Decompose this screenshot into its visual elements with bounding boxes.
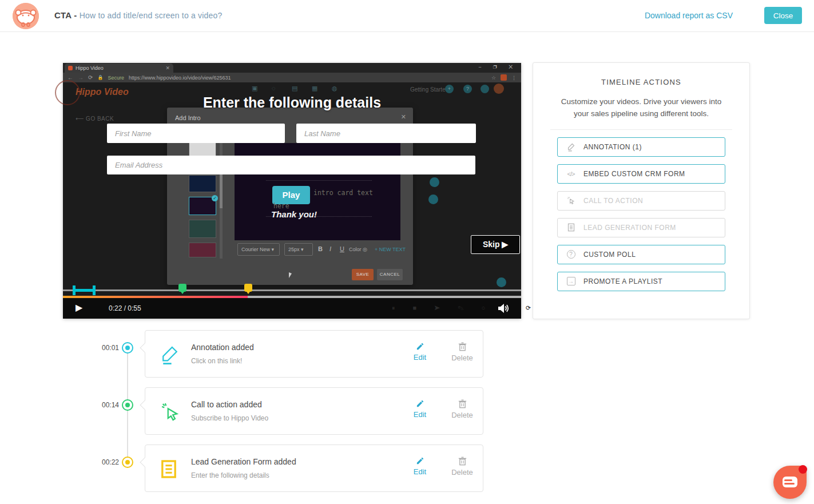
code-icon: </> [566,170,576,177]
event-dot[interactable] [122,457,133,468]
intro-thumbnail [189,142,216,157]
event-title: Annotation added [191,343,254,352]
chat-bubble-icon [783,477,797,487]
bell-icon [481,85,489,93]
first-name-field[interactable] [107,124,285,143]
recorded-browser-tabstrip: Hippo Video ✕ ⎯ ❐ ✕ [63,63,521,73]
save-button: SAVE [352,269,374,280]
underline-icon: U [340,245,344,252]
person-icon: ◌ [272,85,276,92]
embed-crm-form-action-button[interactable]: </> EMBED CUSTOM CRM FORM [557,164,725,184]
go-back-link: ⟵ GO BACK [76,116,114,122]
italic-icon: I [329,245,331,252]
annotation-marker-icon [430,177,439,187]
event-time: 00:14 [86,401,119,409]
getting-started-label: Getting Started [410,86,448,93]
action-label: CUSTOM POLL [583,251,636,259]
url-text: https://www.hippovideo.io/video/view/625… [129,75,487,81]
cancel-button: CANCEL [377,269,403,280]
favicon [68,66,73,70]
grid-icon: ▦ [312,85,317,92]
document-icon [161,459,179,479]
email-field[interactable] [107,156,475,174]
intro-thumbnail [189,243,216,257]
hippo-logo-icon [13,3,39,29]
action-label: LEAD GENERATION FORM [583,224,676,232]
extension-icon [501,74,507,81]
event-subtitle: Enter the following details [191,471,269,479]
call-to-action-action-button[interactable]: CALL TO ACTION [557,191,725,211]
forward-icon: → [78,74,84,81]
notification-dot [799,465,807,474]
volume-icon[interactable] [497,301,510,318]
close-button[interactable]: Close [764,7,802,24]
annotation-range-marker[interactable] [73,285,96,295]
recorded-toolbar-icons: ⏸ ■ ➤ ✎ ○ ◆ ⟳ [392,304,539,312]
gear-icon: ◍ [332,85,337,92]
video-player[interactable]: Hippo Video ✕ ⎯ ❐ ✕ ← → ⟳ 🔒 Secure https… [63,63,521,319]
thank-you-text: Thank you! [271,209,317,219]
annotation-marker-icon [428,195,438,204]
marker-track[interactable] [63,289,521,291]
lead-generation-form-action-button[interactable]: LEAD GENERATION FORM [557,218,725,237]
delete-button[interactable]: Delete [446,342,478,363]
help-icon: ? [463,85,472,93]
intro-card-text: intro card text [313,189,373,197]
event-title: Call to action added [191,400,262,409]
document-icon [566,223,576,232]
action-label: CALL TO ACTION [583,197,643,205]
page-title: CTA - How to add title/end screen to a v… [54,10,223,20]
pencil-icon [566,142,576,152]
skip-button[interactable]: Skip ▶ [471,235,520,254]
intro-thumbnail [189,175,216,192]
event-time: 00:22 [86,458,119,466]
browser-menu-icon: ⋮ [511,75,517,81]
time-display: 0:22 / 0:55 [109,304,141,312]
edit-button[interactable]: Edit [404,342,436,362]
cta-marker-pin[interactable] [178,284,186,292]
bold-icon: B [318,245,323,252]
event-subtitle: Click on this link! [191,357,242,365]
cursor-click-icon [566,196,576,205]
font-size-select: 25px ▾ [284,243,313,256]
font-family-select: Courier New ▾ [237,243,280,256]
recorded-browser-tab: Hippo Video ✕ [65,64,173,73]
last-name-field[interactable] [296,124,476,143]
custom-poll-action-button[interactable]: ? CUSTOM POLL [557,245,725,264]
annotation-marker-icon [497,277,506,287]
event-dot[interactable] [122,342,133,354]
window-controls: ⎯ ❐ ✕ [479,64,518,70]
secure-label: Secure [108,75,124,81]
page-title-prefix: CTA - [54,10,80,20]
timeline-actions-panel: TIMELINE ACTIONS Customize your videos. … [533,62,750,319]
edit-button[interactable]: Edit [404,399,436,419]
camera-icon: ▣ [252,85,257,92]
event-dot[interactable] [122,399,133,411]
delete-button[interactable]: Delete [446,399,478,420]
video-title: How to add title/end screen to a video? [80,11,223,20]
refresh-icon: ⟳ [88,74,93,81]
top-bar: CTA - How to add title/end screen to a v… [0,0,814,32]
tab-close-icon: ✕ [165,65,170,71]
action-label: ANNOTATION (1) [583,143,642,151]
recorded-browser-addressbar: ← → ⟳ 🔒 Secure https://www.hippovideo.io… [63,73,521,82]
leadform-title: Enter the following details [63,94,521,111]
promote-playlist-action-button[interactable]: → PROMOTE A PLAYLIST [557,272,725,291]
add-icon: + [445,85,454,93]
download-csv-link[interactable]: Download report as CSV [645,11,733,20]
annotation-action-button[interactable]: ANNOTATION (1) [557,137,725,157]
color-picker: Color ◎ [349,247,367,252]
delete-button[interactable]: Delete [446,457,478,477]
check-icon: ✓ [212,195,218,201]
panel-description: Customize your videos. Drive your viewer… [554,96,729,120]
intro-thumbnail [189,220,216,238]
event-card: Lead Generation Form added Enter the fol… [145,445,483,492]
leadform-marker-pin[interactable] [244,284,252,292]
event-title: Lead Generation Form added [191,457,296,466]
new-text-link: + NEW TEXT [375,247,406,252]
modal-close-icon: ✕ [401,113,406,121]
cursor-click-icon [161,402,179,422]
divider [550,129,732,130]
play-button[interactable]: ▶ [76,302,82,313]
edit-button[interactable]: Edit [404,457,436,477]
